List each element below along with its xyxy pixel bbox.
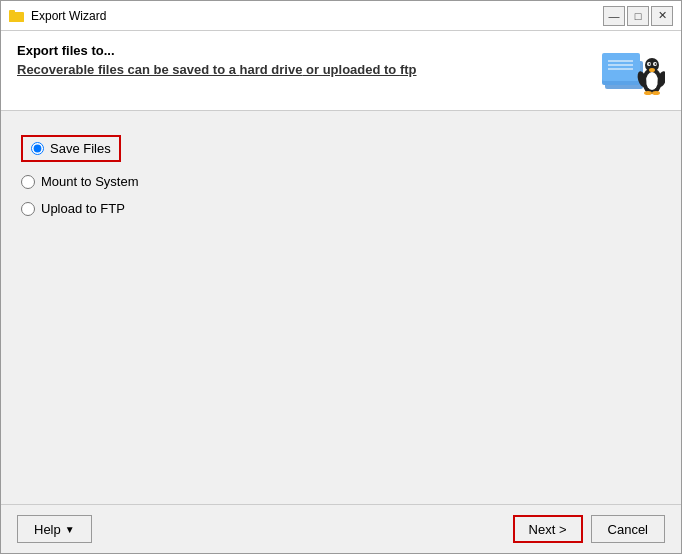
footer-left: Help ▼ [17, 515, 92, 543]
svg-point-20 [652, 91, 660, 95]
save-files-label[interactable]: Save Files [50, 141, 111, 156]
help-label: Help [34, 522, 61, 537]
upload-ftp-label[interactable]: Upload to FTP [41, 201, 125, 216]
footer: Help ▼ Next > Cancel [1, 504, 681, 553]
mount-system-radio[interactable] [21, 175, 35, 189]
content-area: Save Files Mount to System Upload to FTP [1, 111, 681, 504]
next-button[interactable]: Next > [513, 515, 583, 543]
help-button[interactable]: Help ▼ [17, 515, 92, 543]
svg-point-14 [649, 63, 651, 65]
close-button[interactable]: ✕ [651, 6, 673, 26]
mount-system-label[interactable]: Mount to System [41, 174, 139, 189]
header-text-block: Export files to... Recoverable files can… [17, 43, 417, 77]
cancel-label: Cancel [608, 522, 648, 537]
upload-ftp-option: Upload to FTP [21, 201, 661, 216]
window-title: Export Wizard [31, 9, 106, 23]
upload-ftp-radio[interactable] [21, 202, 35, 216]
svg-rect-2 [9, 10, 15, 14]
svg-point-19 [644, 91, 652, 95]
next-label: Next > [529, 522, 567, 537]
window-icon [9, 8, 25, 24]
minimize-button[interactable]: — [603, 6, 625, 26]
svg-rect-5 [602, 53, 640, 81]
title-buttons: — □ ✕ [603, 6, 673, 26]
subtitle-ftp: ftp [400, 62, 417, 77]
title-bar: Export Wizard — □ ✕ [1, 1, 681, 31]
mount-system-option: Mount to System [21, 174, 661, 189]
save-files-radio[interactable] [31, 142, 44, 155]
svg-point-16 [649, 68, 655, 72]
subtitle-middle: or uploaded to [302, 62, 400, 77]
save-files-option-highlighted: Save Files [21, 135, 121, 162]
maximize-button[interactable]: □ [627, 6, 649, 26]
svg-point-10 [646, 72, 658, 90]
subtitle-hard-drive: hard drive [240, 62, 303, 77]
cancel-button[interactable]: Cancel [591, 515, 665, 543]
export-wizard-window: Export Wizard — □ ✕ Export files to... R… [0, 0, 682, 554]
header-section: Export files to... Recoverable files can… [1, 31, 681, 111]
svg-point-15 [655, 63, 657, 65]
help-chevron-icon: ▼ [65, 524, 75, 535]
header-title: Export files to... [17, 43, 417, 58]
header-subtitle: Recoverable files can be saved to a hard… [17, 62, 417, 77]
title-bar-left: Export Wizard [9, 8, 106, 24]
header-decorative-icon [600, 43, 665, 98]
svg-rect-1 [9, 14, 24, 22]
subtitle-prefix: Recoverable files can be saved to a [17, 62, 240, 77]
footer-right: Next > Cancel [513, 515, 665, 543]
